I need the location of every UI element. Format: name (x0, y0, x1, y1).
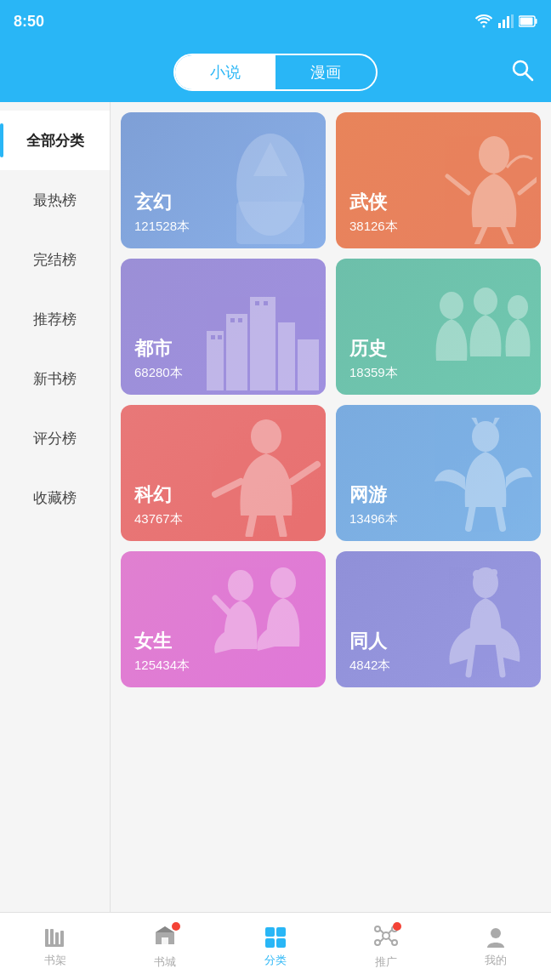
tab-switcher[interactable]: 小说 漫画 (173, 54, 378, 91)
category-dushi[interactable]: 都市 68280本 (121, 259, 326, 395)
svg-line-33 (292, 464, 317, 481)
svg-point-57 (383, 932, 389, 939)
search-button[interactable] (510, 58, 534, 88)
xuanhuan-title: 玄幻 (134, 190, 312, 215)
svg-rect-51 (45, 944, 64, 947)
svg-rect-48 (50, 929, 54, 946)
svg-rect-6 (536, 19, 537, 24)
svg-line-64 (380, 938, 383, 942)
svg-point-28 (440, 292, 463, 319)
lishi-count: 18359本 (349, 365, 527, 381)
sidebar-item-recommend[interactable]: 推荐榜 (0, 289, 110, 349)
svg-rect-55 (265, 938, 275, 948)
category-lishi[interactable]: 历史 18359本 (336, 259, 541, 395)
wangyou-count: 13496本 (349, 511, 527, 527)
nav-promote[interactable]: 推广 (331, 924, 441, 970)
tab-comic[interactable]: 漫画 (276, 55, 376, 89)
svg-rect-24 (230, 318, 235, 322)
svg-rect-3 (511, 14, 514, 28)
dushi-title: 都市 (134, 336, 312, 362)
mine-icon (484, 926, 508, 949)
svg-point-66 (491, 928, 501, 938)
wuxia-count: 38126本 (349, 219, 527, 235)
category-nvsheng[interactable]: 女生 125434本 (121, 551, 326, 687)
svg-line-62 (380, 930, 383, 933)
category-icon (264, 926, 287, 949)
sidebar-item-all[interactable]: 全部分类 (0, 111, 110, 170)
category-grid: 玄幻 121528本 武侠 38126本 (111, 102, 551, 912)
nav-bookstore[interactable]: 书城 (111, 924, 221, 970)
kehuan-title: 科幻 (134, 482, 312, 508)
svg-point-44 (491, 569, 497, 576)
tongren-count: 4842本 (349, 658, 527, 674)
sidebar-item-complete[interactable]: 完结榜 (0, 230, 110, 289)
svg-point-31 (251, 419, 281, 453)
nvsheng-title: 女生 (134, 629, 312, 654)
nav-bookshelf[interactable]: 书架 (0, 926, 111, 968)
nav-bookshelf-label: 书架 (44, 953, 66, 968)
svg-line-63 (389, 930, 392, 933)
category-tongren[interactable]: 同人 4842本 (336, 551, 541, 687)
nav-category-label: 分类 (264, 953, 287, 968)
svg-rect-56 (276, 938, 286, 948)
svg-rect-27 (264, 301, 268, 305)
nav-promote-label: 推广 (375, 954, 397, 970)
wangyou-title: 网游 (349, 482, 527, 508)
svg-rect-50 (60, 931, 64, 946)
category-wangyou[interactable]: 网游 13496本 (336, 405, 541, 541)
battery-icon (519, 15, 537, 27)
svg-rect-1 (503, 20, 505, 28)
nav-bookstore-label: 书城 (154, 954, 176, 970)
nav-mine-label: 我的 (485, 953, 507, 968)
wuxia-title: 武侠 (349, 190, 527, 215)
app-header: 小说 漫画 (0, 43, 551, 102)
svg-point-40 (270, 567, 296, 598)
lishi-title: 历史 (349, 336, 527, 362)
promote-badge (393, 922, 401, 931)
svg-rect-47 (45, 929, 48, 946)
svg-rect-0 (498, 23, 501, 28)
nav-mine[interactable]: 我的 (440, 926, 551, 968)
nav-category[interactable]: 分类 (220, 926, 331, 968)
kehuan-count: 43767本 (134, 511, 312, 527)
bookshelf-icon (43, 926, 67, 949)
svg-point-58 (375, 926, 380, 932)
svg-point-43 (473, 570, 481, 578)
svg-point-61 (392, 940, 397, 945)
tab-novel[interactable]: 小说 (175, 55, 276, 89)
nvsheng-count: 125434本 (134, 658, 312, 674)
svg-line-41 (215, 598, 231, 615)
svg-rect-26 (255, 301, 259, 305)
svg-point-29 (474, 288, 497, 315)
sidebar: 全部分类 最热榜 完结榜 推荐榜 新书榜 评分榜 收藏榜 (0, 102, 111, 912)
category-kehuan[interactable]: 科幻 43767本 (121, 405, 326, 541)
dushi-count: 68280本 (134, 365, 312, 381)
status-icons (474, 14, 537, 28)
main-content: 全部分类 最热榜 完结榜 推荐榜 新书榜 评分榜 收藏榜 玄幻 121528本 (0, 102, 551, 912)
svg-rect-2 (507, 16, 509, 28)
svg-point-36 (472, 421, 499, 452)
bookstore-badge (172, 922, 180, 931)
wifi-icon (474, 14, 493, 28)
svg-line-8 (525, 73, 532, 80)
category-xuanhuan[interactable]: 玄幻 121528本 (121, 112, 326, 248)
svg-point-60 (375, 940, 380, 945)
tongren-title: 同人 (349, 629, 527, 654)
svg-point-39 (228, 570, 253, 601)
status-bar: 8:50 (0, 0, 551, 43)
sidebar-item-hot[interactable]: 最热榜 (0, 170, 110, 230)
svg-point-12 (479, 136, 509, 174)
bottom-nav: 书架 书城 分类 (0, 912, 551, 980)
svg-rect-49 (55, 932, 59, 946)
svg-rect-25 (238, 318, 242, 322)
svg-rect-54 (276, 927, 286, 937)
svg-rect-5 (520, 18, 533, 26)
status-time: 8:50 (14, 13, 44, 31)
category-wuxia[interactable]: 武侠 38126本 (336, 112, 541, 248)
sidebar-item-favorite[interactable]: 收藏榜 (0, 468, 110, 527)
sidebar-item-rating[interactable]: 评分榜 (0, 408, 110, 468)
svg-point-30 (508, 295, 528, 319)
sidebar-item-newbook[interactable]: 新书榜 (0, 349, 110, 408)
signal-icon (498, 14, 514, 28)
svg-line-65 (389, 938, 392, 942)
